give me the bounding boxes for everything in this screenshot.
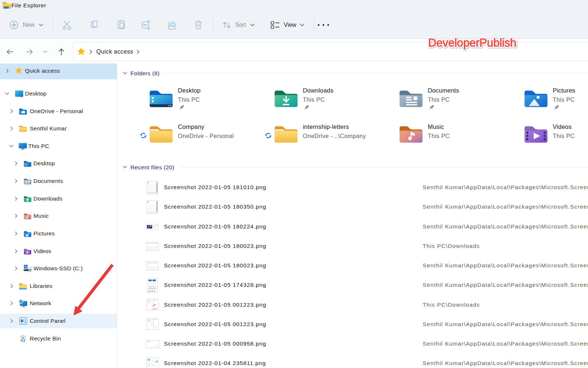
svg-text:DeveloperPublish: DeveloperPublish bbox=[428, 36, 516, 49]
